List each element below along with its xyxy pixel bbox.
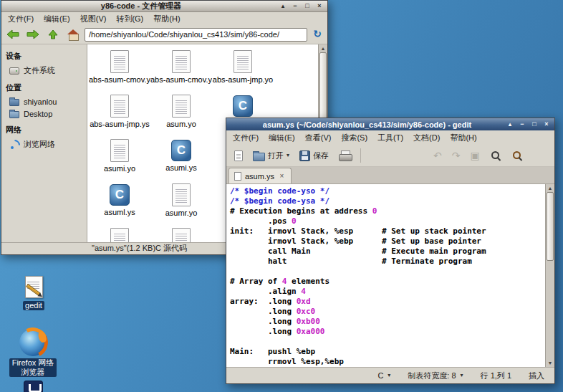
gedit-menu-item-0[interactable]: 文件(F) [228,132,264,144]
chevron-down-icon: ▾ [461,373,463,378]
gedit-menu-item-4[interactable]: 工具(T) [372,132,408,144]
desktop-icon-label: Firefox 网络浏览器 [9,358,57,377]
sidebar-item[interactable]: shiyanlou [6,95,82,107]
scrollbar-thumb[interactable] [547,192,554,261]
fm-menu-item-3[interactable]: 转到(G) [111,13,148,25]
gedit-scrollbar[interactable]: ▲ ▼ [545,184,554,367]
code-line: call Main # Execute main program [230,247,543,257]
back-arrow-icon [6,29,19,39]
file-item[interactable]: abs-asum-cmov.yo [89,49,150,93]
gedit-statusbar: C ▾ 制表符宽度: 8 ▾ 行 1,列 1 插入 [226,367,554,383]
new-document-button[interactable] [232,149,245,163]
file-name: abs-asum-jmp.yo [212,75,274,84]
maximize-icon[interactable]: □ [529,120,539,129]
fm-toolbar: /home/shiyanlou/Code/shiyanlou_cs413/sim… [1,25,327,44]
forward-button[interactable] [24,27,42,42]
insert-mode-indicator: 插入 [529,371,544,381]
code-line: .long 0xa000 [230,327,543,337]
text-file-icon [110,139,129,162]
fm-sidebar: 设备文件系统位置shiyanlouDesktop网络浏览网络 [1,44,87,242]
file-item[interactable] [89,226,150,242]
sidebar-item-label: 浏览网络 [24,139,55,150]
address-bar[interactable]: /home/shiyanlou/Code/shiyanlou_cs413/sim… [85,28,307,42]
find-button[interactable] [488,148,504,163]
fm-titlebar[interactable]: y86-code - 文件管理器 ▴ − □ × [1,1,327,12]
minimize-icon[interactable]: − [517,120,527,129]
code-line: rrmovl %esp,%ebp [230,357,543,367]
reload-icon[interactable]: ↻ [310,27,324,42]
tab-close-icon[interactable]: × [278,172,286,180]
fm-menu-item-4[interactable]: 帮助(H) [148,13,185,25]
file-item[interactable]: Casuml.ys [89,182,150,226]
desktop-icon-gedit[interactable]: gedit [10,275,57,310]
desktop-icon-firefox[interactable]: Firefox 网络浏览器 [9,329,57,377]
gedit-menu-item-6[interactable]: 帮助(H) [445,132,481,144]
tab-label: asum.ys [245,172,274,181]
file-item[interactable]: Casumi.ys [150,138,212,182]
file-item[interactable]: asumr.yo [150,182,212,226]
file-item[interactable] [150,226,212,242]
chevron-down-icon: ▾ [388,373,390,378]
network-icon [9,140,19,149]
redo-button[interactable]: ↷ [450,149,463,162]
sidebar-item-label: shiyanlou [24,97,57,106]
file-name: asumr.yo [150,209,212,217]
text-file-icon [172,95,191,118]
close-icon[interactable]: × [314,1,324,11]
sidebar-item[interactable]: Desktop [6,107,82,120]
gedit-window: asum.ys (~/Code/shiyanlou_cs413/sim/y86-… [226,118,555,384]
print-button[interactable] [337,149,353,162]
save-button[interactable]: 保存 [297,149,331,163]
save-icon [299,150,310,161]
file-name: abs-asum-cmov.ys [150,75,212,84]
fm-menu-item-0[interactable]: 文件(F) [3,13,39,25]
file-item[interactable]: asum.yo [150,93,212,138]
home-button[interactable] [64,27,82,42]
replace-button[interactable] [509,148,525,163]
file-name: asumi.yo [89,164,150,173]
paste-button[interactable]: ▣ [468,149,481,162]
file-item[interactable]: abs-asum-jmp.yo [212,49,274,93]
tab-width-selector[interactable]: 制表符宽度: 8 ▾ [408,371,463,381]
maximize-icon[interactable]: □ [302,1,312,11]
sidebar-item-label: 文件系统 [24,65,55,76]
gedit-icon [21,275,46,299]
code-line: /* $begin code-yso */ [230,186,543,196]
up-arrow-icon [48,29,58,39]
scroll-down-icon[interactable]: ▼ [548,360,553,366]
gedit-menu-item-2[interactable]: 查看(V) [300,132,337,144]
fm-menu-item-2[interactable]: 视图(V) [75,13,112,25]
file-name: abs-asum-jmp.ys [89,120,150,128]
language-selector[interactable]: C ▾ [377,371,390,380]
sidebar-item[interactable]: 文件系统 [6,64,82,77]
gedit-menu-item-5[interactable]: 文档(D) [408,132,445,144]
fm-menu-item-1[interactable]: 编辑(E) [39,13,75,25]
code-line: # Execution begins at address 0 [230,206,543,216]
tab-asum-ys[interactable]: asum.ys × [228,168,292,183]
gedit-titlebar[interactable]: asum.ys (~/Code/shiyanlou_cs413/sim/y86-… [226,118,554,130]
gedit-menu-item-3[interactable]: 搜索(S) [336,132,372,144]
undo-button[interactable]: ↶ [431,149,444,162]
partial-app-icon[interactable] [24,381,43,392]
code-line: /* $begin code-ysa */ [230,196,543,206]
shade-icon[interactable]: ▴ [278,1,288,11]
gedit-menu-item-1[interactable]: 编辑(E) [264,132,300,144]
sidebar-item[interactable]: 浏览网络 [6,138,82,151]
text-editor[interactable]: /* $begin code-yso *//* $begin code-ysa … [226,184,554,367]
file-item[interactable]: asumi.yo [89,138,150,182]
scroll-up-icon[interactable]: ▲ [321,45,326,52]
close-icon[interactable]: × [542,120,552,129]
scroll-up-icon[interactable]: ▲ [548,185,553,191]
text-file-icon [234,50,252,73]
text-file-icon [172,50,191,73]
text-file-icon [110,228,129,242]
open-button[interactable]: 打开 ▾ [251,149,292,163]
shade-icon[interactable]: ▴ [505,120,515,129]
gedit-tabbar: asum.ys × [226,167,554,184]
back-button[interactable] [4,27,21,42]
up-button[interactable] [44,27,62,42]
minimize-icon[interactable]: − [290,1,300,11]
file-item[interactable]: abs-asum-cmov.ys [150,49,212,93]
code-line [230,267,543,277]
file-item[interactable]: abs-asum-jmp.ys [89,93,150,138]
